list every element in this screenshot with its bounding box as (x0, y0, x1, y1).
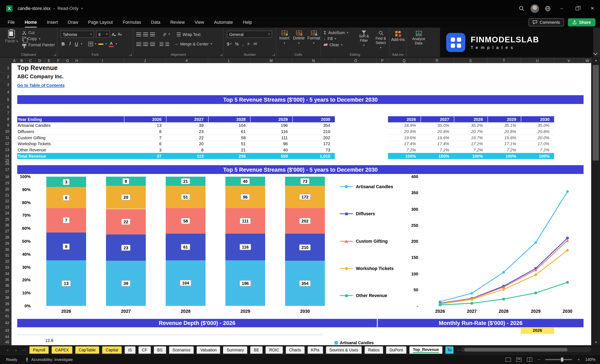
column-header-U[interactable]: U (521, 58, 554, 64)
decrease-font-icon[interactable]: A▾ (118, 32, 122, 36)
row-header-17[interactable]: 17 (0, 165, 12, 174)
collapse-ribbon-icon[interactable] (593, 51, 598, 55)
font-color-icon[interactable]: A (109, 41, 114, 47)
row-header-36[interactable]: 36 (0, 282, 12, 289)
fill-button[interactable]: ↓Fill▾ (324, 36, 348, 41)
column-header-F[interactable]: F (54, 58, 63, 64)
more-sheets-icon[interactable]: ⋯ (457, 347, 461, 352)
row-header-8[interactable]: 8 (0, 116, 12, 122)
zoom-slider-thumb[interactable] (561, 357, 563, 362)
fill-color-icon[interactable] (98, 43, 103, 45)
row-header-21[interactable]: 21 (0, 192, 12, 198)
legend-item-custom-gifting[interactable]: Custom Gifting (340, 238, 388, 244)
minimize-button[interactable]: – (554, 0, 569, 17)
column-header-I[interactable]: I (82, 58, 124, 64)
font-size-select[interactable]: 8▾ (96, 31, 110, 38)
align-top-icon[interactable] (136, 32, 141, 36)
row-header-12[interactable]: 12 (0, 141, 12, 147)
close-button[interactable]: ✕ (585, 0, 600, 17)
column-header-P[interactable]: P (377, 58, 388, 64)
menu-tab-file[interactable]: File (8, 17, 15, 27)
column-header-Q[interactable]: Q (388, 58, 421, 64)
comma-format-icon[interactable]: , (242, 42, 243, 46)
column-header-T[interactable]: T (488, 58, 521, 64)
menu-tab-page-layout[interactable]: Page Layout (88, 17, 113, 27)
menu-tab-insert[interactable]: Insert (47, 17, 58, 27)
autosum-button[interactable]: ΣAutoSum▾ (324, 30, 348, 35)
column-header-L[interactable]: L (208, 58, 250, 64)
merge-center-button[interactable]: ↔ Merge & Center▾ (175, 42, 212, 46)
row-header-23[interactable]: 23 (0, 204, 12, 210)
column-header-S[interactable]: S (454, 58, 488, 64)
worksheet-area[interactable]: Top Revenue ABC Company Inc. Go to Table… (12, 63, 591, 345)
vertical-scrollbar[interactable]: ▲ ▼ (591, 57, 600, 346)
menu-tab-view[interactable]: View (195, 17, 204, 27)
sheet-tab-be[interactable]: BE (250, 346, 262, 354)
decrease-indent-icon[interactable] (159, 42, 164, 46)
format-cells-button[interactable]: Format▾ (307, 31, 321, 45)
align-right-icon[interactable] (150, 42, 155, 46)
align-middle-icon[interactable] (143, 32, 148, 36)
title-chevron-down-icon[interactable]: ▾ (81, 7, 83, 10)
legend-item-artisanal-candles[interactable]: Artisanal Candles (340, 183, 393, 190)
align-center-icon[interactable] (143, 42, 148, 46)
horizontal-scrollbar[interactable] (461, 347, 591, 352)
row-header-28[interactable]: 28 (0, 235, 12, 241)
search-icon[interactable] (515, 0, 528, 17)
increase-decimal-icon[interactable]: .0 (247, 42, 249, 46)
row-header-6[interactable]: 6 (0, 104, 12, 110)
run-rate-year-cell[interactable]: 2026 (521, 327, 554, 334)
restore-button[interactable] (569, 0, 585, 17)
row-header-7[interactable]: 7 (0, 110, 12, 116)
column-header-N[interactable]: N (292, 58, 335, 64)
sheet-tab-dupont[interactable]: DuPont (386, 346, 406, 354)
zoom-in-button[interactable]: + (577, 357, 580, 362)
row-header-45[interactable]: 45 (0, 340, 12, 345)
row-header-4[interactable]: 4 (0, 89, 12, 95)
clear-button[interactable]: Clear▾ (324, 42, 348, 47)
menu-tab-draw[interactable]: Draw (68, 17, 78, 27)
row-header-2[interactable]: 2 (0, 73, 12, 81)
column-header-E[interactable]: E (45, 58, 54, 64)
column-header-W[interactable]: W (584, 58, 591, 64)
row-header-30[interactable]: 30 (0, 247, 12, 253)
font-dialog-launcher[interactable] (130, 54, 132, 56)
row-header-5[interactable]: 5 (0, 95, 12, 104)
row-header-27[interactable]: 27 (0, 228, 12, 235)
menu-tab-help[interactable]: Help (243, 17, 252, 27)
row-header-38[interactable]: 38 (0, 295, 12, 301)
column-header-B[interactable]: B (18, 58, 26, 64)
scroll-up-icon[interactable]: ▲ (591, 58, 600, 62)
row-header-31[interactable]: 31 (0, 253, 12, 259)
accessibility-status[interactable]: Accessibility: Investigate (25, 357, 73, 362)
sheet-tab-top-revenue[interactable]: Top_Revenue (409, 346, 442, 354)
row-header-16[interactable]: 16 (0, 162, 12, 165)
format-painter-button[interactable]: Format Painter (22, 42, 55, 47)
column-header-M[interactable]: M (250, 58, 292, 64)
page-break-view-icon[interactable] (527, 357, 532, 362)
menu-tab-review[interactable]: Review (170, 17, 185, 27)
increase-font-icon[interactable]: A▴ (112, 32, 116, 36)
addins-button[interactable]: Add-ins (391, 31, 405, 42)
row-header-10[interactable]: 10 (0, 128, 12, 135)
row-header-43[interactable]: 43 (0, 327, 12, 334)
sheet-nav-more-icon[interactable]: ⋯ (21, 347, 27, 352)
wrap-text-button[interactable]: Wrap Text (177, 32, 201, 36)
number-dialog-launcher[interactable] (272, 54, 275, 56)
avatar[interactable] (528, 0, 541, 17)
bold-button[interactable]: B (60, 41, 66, 46)
sheet-tab-kpis[interactable]: KPIs (308, 346, 323, 354)
row-header-40[interactable]: 40 (0, 307, 12, 313)
column-header-D[interactable]: D (35, 58, 44, 64)
row-header-3[interactable]: 3 (0, 81, 12, 89)
menu-tab-data[interactable]: Data (151, 17, 160, 27)
clipboard-dialog-launcher[interactable] (54, 54, 56, 56)
sheet-tab-to[interactable]: To (445, 346, 453, 354)
row-header-22[interactable]: 22 (0, 198, 12, 204)
number-format-select[interactable]: General▾ (227, 31, 272, 38)
sheet-tab-charts[interactable]: Charts (286, 346, 305, 354)
font-name-select[interactable]: Tahoma▾ (60, 31, 94, 38)
find-select-button[interactable]: Find & Select▾ (373, 31, 389, 50)
analyze-data-button[interactable]: Analyze Data (409, 31, 428, 45)
column-header-G[interactable]: G (63, 58, 72, 64)
